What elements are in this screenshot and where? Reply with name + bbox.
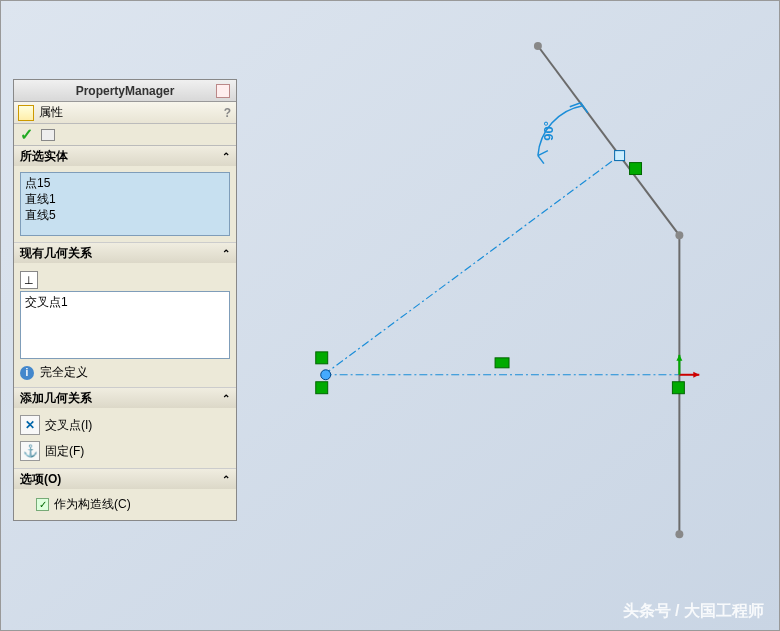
construction-label: 作为构造线(C) [54, 496, 131, 513]
keep-visible-icon[interactable] [41, 129, 55, 141]
origin-marker [676, 355, 699, 378]
relation-type-row: ⊥ [20, 271, 230, 289]
sketch-canvas[interactable]: 90° [249, 1, 779, 630]
property-manager-panel: PropertyManager 属性 ? ✓ 所选实体 ⌃ 点15 直线1 直线… [13, 79, 237, 521]
add-relations-section: 添加几何关系 ⌃ ✕ 交叉点(I) ⚓ 固定(F) [14, 388, 236, 469]
existing-relations-section: 现有几何关系 ⌃ ⊥ 交叉点1 i 完全定义 [14, 243, 236, 388]
pushpin-icon[interactable] [216, 84, 230, 98]
svg-marker-1 [693, 372, 699, 378]
arrow-icon [538, 156, 544, 164]
properties-icon [18, 105, 34, 121]
ok-button[interactable]: ✓ [20, 125, 33, 144]
constraint-icon[interactable] [316, 382, 328, 394]
selected-header[interactable]: 所选实体 ⌃ [14, 146, 236, 166]
intersection-label: 交叉点(I) [45, 417, 92, 434]
construction-line[interactable] [324, 156, 620, 375]
endpoint-icon[interactable] [675, 530, 683, 538]
sketch-line[interactable] [620, 156, 680, 236]
options-section: 选项(O) ⌃ ✓ 作为构造线(C) [14, 469, 236, 520]
info-icon: i [20, 366, 34, 380]
endpoint-icon[interactable] [534, 42, 542, 50]
selected-listbox[interactable]: 点15 直线1 直线5 [20, 172, 230, 236]
constraint-icon[interactable] [495, 358, 509, 368]
anchor-icon: ⚓ [20, 441, 40, 461]
options-header[interactable]: 选项(O) ⌃ [14, 469, 236, 489]
construction-option[interactable]: ✓ 作为构造线(C) [14, 493, 236, 516]
properties-label: 属性 [39, 104, 63, 121]
endpoint-icon[interactable] [675, 231, 683, 239]
add-title: 添加几何关系 [20, 390, 92, 407]
pm-title: PropertyManager [76, 84, 175, 98]
collapse-icon[interactable]: ⌃ [222, 151, 230, 162]
selected-entities-section: 所选实体 ⌃ 点15 直线1 直线5 [14, 146, 236, 243]
fix-button[interactable]: ⚓ 固定(F) [20, 438, 230, 464]
perpendicular-icon[interactable]: ⊥ [20, 271, 38, 289]
arrow-icon [581, 103, 588, 113]
selection-handle[interactable] [615, 151, 625, 161]
constraint-icon[interactable] [630, 163, 642, 175]
status-text: 完全定义 [40, 364, 88, 381]
properties-row: 属性 ? [14, 102, 236, 124]
checkbox-checked-icon[interactable]: ✓ [36, 498, 49, 511]
arrow-icon [538, 151, 548, 156]
help-icon[interactable]: ? [224, 106, 231, 120]
action-row: ✓ [14, 124, 236, 146]
pm-header: PropertyManager [14, 80, 236, 102]
selected-title: 所选实体 [20, 148, 68, 165]
point-icon[interactable] [321, 370, 331, 380]
options-title: 选项(O) [20, 471, 61, 488]
angle-dimension[interactable]: 90° [541, 121, 556, 141]
list-item[interactable]: 点15 [25, 175, 225, 191]
existing-header[interactable]: 现有几何关系 ⌃ [14, 243, 236, 263]
list-item[interactable]: 交叉点1 [25, 294, 225, 310]
existing-listbox[interactable]: 交叉点1 [20, 291, 230, 359]
svg-marker-3 [676, 355, 682, 361]
constraint-icon[interactable] [672, 382, 684, 394]
list-item[interactable]: 直线5 [25, 207, 225, 223]
intersection-button[interactable]: ✕ 交叉点(I) [20, 412, 230, 438]
intersection-icon: ✕ [20, 415, 40, 435]
watermark-text: 头条号 / 大国工程师 [623, 601, 764, 622]
collapse-icon[interactable]: ⌃ [222, 248, 230, 259]
status-row: i 完全定义 [20, 364, 230, 381]
collapse-icon[interactable]: ⌃ [222, 474, 230, 485]
fix-label: 固定(F) [45, 443, 84, 460]
list-item[interactable]: 直线1 [25, 191, 225, 207]
constraint-icon[interactable] [316, 352, 328, 364]
existing-title: 现有几何关系 [20, 245, 92, 262]
collapse-icon[interactable]: ⌃ [222, 393, 230, 404]
add-header[interactable]: 添加几何关系 ⌃ [14, 388, 236, 408]
